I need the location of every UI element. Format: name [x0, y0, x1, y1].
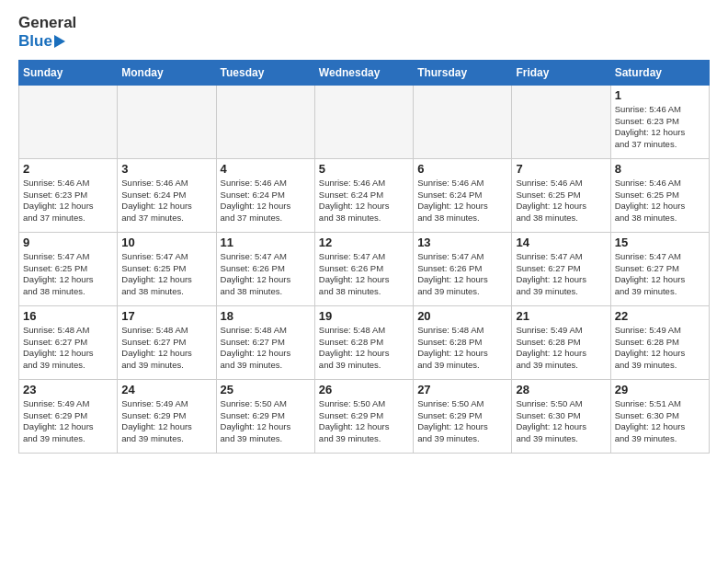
day-number: 17	[121, 309, 211, 323]
day-number: 12	[319, 236, 409, 249]
calendar-cell	[512, 85, 610, 158]
calendar-cell: 15Sunrise: 5:47 AM Sunset: 6:27 PM Dayli…	[610, 232, 709, 305]
calendar-cell: 29Sunrise: 5:51 AM Sunset: 6:30 PM Dayli…	[610, 379, 709, 453]
day-number: 7	[516, 162, 606, 176]
calendar-cell: 5Sunrise: 5:46 AM Sunset: 6:24 PM Daylig…	[314, 158, 413, 232]
logo: General Blue	[18, 15, 76, 51]
header-sunday: Sunday	[19, 60, 118, 85]
day-number: 13	[417, 236, 507, 249]
day-number: 25	[221, 383, 311, 396]
calendar-cell: 25Sunrise: 5:50 AM Sunset: 6:29 PM Dayli…	[216, 379, 314, 453]
calendar-cell	[19, 85, 118, 158]
calendar-table: SundayMondayTuesdayWednesdayThursdayFrid…	[18, 60, 710, 454]
day-info: Sunrise: 5:49 AM Sunset: 6:29 PM Dayligh…	[121, 398, 211, 445]
day-info: Sunrise: 5:50 AM Sunset: 6:30 PM Dayligh…	[516, 398, 606, 445]
day-info: Sunrise: 5:49 AM Sunset: 6:28 PM Dayligh…	[516, 325, 606, 372]
day-info: Sunrise: 5:48 AM Sunset: 6:27 PM Dayligh…	[23, 325, 113, 372]
day-info: Sunrise: 5:46 AM Sunset: 6:25 PM Dayligh…	[615, 178, 705, 224]
day-number: 19	[319, 309, 409, 323]
calendar-cell	[216, 85, 314, 158]
day-info: Sunrise: 5:46 AM Sunset: 6:25 PM Dayligh…	[516, 178, 606, 224]
day-info: Sunrise: 5:47 AM Sunset: 6:26 PM Dayligh…	[221, 251, 311, 298]
header-thursday: Thursday	[414, 60, 512, 85]
day-number: 23	[23, 383, 113, 396]
day-number: 16	[23, 309, 113, 323]
day-number: 18	[221, 309, 311, 323]
week-row-1: 1Sunrise: 5:46 AM Sunset: 6:23 PM Daylig…	[19, 85, 710, 158]
day-info: Sunrise: 5:46 AM Sunset: 6:24 PM Dayligh…	[121, 178, 211, 224]
day-info: Sunrise: 5:50 AM Sunset: 6:29 PM Dayligh…	[319, 398, 409, 445]
calendar-cell: 8Sunrise: 5:46 AM Sunset: 6:25 PM Daylig…	[610, 158, 709, 232]
day-number: 27	[417, 383, 507, 396]
calendar-cell: 2Sunrise: 5:46 AM Sunset: 6:23 PM Daylig…	[19, 158, 118, 232]
logo-blue-text: Blue	[18, 32, 52, 51]
week-row-4: 16Sunrise: 5:48 AM Sunset: 6:27 PM Dayli…	[19, 305, 710, 379]
header-wednesday: Wednesday	[314, 60, 413, 85]
day-number: 22	[615, 309, 705, 323]
day-info: Sunrise: 5:48 AM Sunset: 6:28 PM Dayligh…	[319, 325, 409, 372]
day-info: Sunrise: 5:48 AM Sunset: 6:27 PM Dayligh…	[221, 325, 311, 372]
calendar-cell: 21Sunrise: 5:49 AM Sunset: 6:28 PM Dayli…	[512, 305, 610, 379]
logo-text: General Blue	[18, 15, 76, 51]
day-number: 1	[615, 88, 705, 102]
week-row-2: 2Sunrise: 5:46 AM Sunset: 6:23 PM Daylig…	[19, 158, 710, 232]
header-friday: Friday	[512, 60, 610, 85]
calendar-cell: 24Sunrise: 5:49 AM Sunset: 6:29 PM Dayli…	[118, 379, 216, 453]
page-header: General Blue	[18, 15, 710, 51]
day-info: Sunrise: 5:47 AM Sunset: 6:26 PM Dayligh…	[417, 251, 507, 298]
calendar-cell: 6Sunrise: 5:46 AM Sunset: 6:24 PM Daylig…	[414, 158, 512, 232]
day-info: Sunrise: 5:47 AM Sunset: 6:27 PM Dayligh…	[516, 251, 606, 298]
week-row-3: 9Sunrise: 5:47 AM Sunset: 6:25 PM Daylig…	[19, 232, 710, 305]
week-row-5: 23Sunrise: 5:49 AM Sunset: 6:29 PM Dayli…	[19, 379, 710, 453]
day-number: 21	[516, 309, 606, 323]
day-info: Sunrise: 5:47 AM Sunset: 6:27 PM Dayligh…	[615, 251, 705, 298]
day-info: Sunrise: 5:48 AM Sunset: 6:28 PM Dayligh…	[417, 325, 507, 372]
day-number: 3	[121, 162, 211, 176]
calendar-cell: 23Sunrise: 5:49 AM Sunset: 6:29 PM Dayli…	[19, 379, 118, 453]
header-tuesday: Tuesday	[216, 60, 314, 85]
calendar-cell: 16Sunrise: 5:48 AM Sunset: 6:27 PM Dayli…	[19, 305, 118, 379]
day-number: 28	[516, 383, 606, 396]
calendar-cell: 12Sunrise: 5:47 AM Sunset: 6:26 PM Dayli…	[314, 232, 413, 305]
day-info: Sunrise: 5:46 AM Sunset: 6:23 PM Dayligh…	[615, 104, 705, 151]
day-info: Sunrise: 5:48 AM Sunset: 6:27 PM Dayligh…	[121, 325, 211, 372]
calendar-cell: 4Sunrise: 5:46 AM Sunset: 6:24 PM Daylig…	[216, 158, 314, 232]
calendar-cell: 18Sunrise: 5:48 AM Sunset: 6:27 PM Dayli…	[216, 305, 314, 379]
day-number: 6	[417, 162, 507, 176]
day-number: 20	[417, 309, 507, 323]
day-number: 15	[615, 236, 705, 249]
header-saturday: Saturday	[610, 60, 709, 85]
calendar-cell	[414, 85, 512, 158]
calendar-cell: 11Sunrise: 5:47 AM Sunset: 6:26 PM Dayli…	[216, 232, 314, 305]
day-info: Sunrise: 5:46 AM Sunset: 6:23 PM Dayligh…	[23, 178, 113, 224]
day-number: 29	[615, 383, 705, 396]
day-number: 4	[221, 162, 311, 176]
calendar-cell: 14Sunrise: 5:47 AM Sunset: 6:27 PM Dayli…	[512, 232, 610, 305]
day-number: 8	[615, 162, 705, 176]
calendar-cell: 19Sunrise: 5:48 AM Sunset: 6:28 PM Dayli…	[314, 305, 413, 379]
day-number: 10	[121, 236, 211, 249]
day-info: Sunrise: 5:51 AM Sunset: 6:30 PM Dayligh…	[615, 398, 705, 445]
calendar-cell: 17Sunrise: 5:48 AM Sunset: 6:27 PM Dayli…	[118, 305, 216, 379]
day-number: 14	[516, 236, 606, 249]
day-number: 24	[121, 383, 211, 396]
day-number: 26	[319, 383, 409, 396]
day-info: Sunrise: 5:49 AM Sunset: 6:29 PM Dayligh…	[23, 398, 113, 445]
calendar-cell: 10Sunrise: 5:47 AM Sunset: 6:25 PM Dayli…	[118, 232, 216, 305]
calendar-cell: 28Sunrise: 5:50 AM Sunset: 6:30 PM Dayli…	[512, 379, 610, 453]
calendar-cell: 9Sunrise: 5:47 AM Sunset: 6:25 PM Daylig…	[19, 232, 118, 305]
calendar-cell: 13Sunrise: 5:47 AM Sunset: 6:26 PM Dayli…	[414, 232, 512, 305]
day-number: 9	[23, 236, 113, 249]
calendar-cell: 26Sunrise: 5:50 AM Sunset: 6:29 PM Dayli…	[314, 379, 413, 453]
logo-arrow-icon	[54, 35, 65, 48]
calendar-header-row: SundayMondayTuesdayWednesdayThursdayFrid…	[19, 60, 710, 85]
day-info: Sunrise: 5:47 AM Sunset: 6:25 PM Dayligh…	[23, 251, 113, 298]
day-info: Sunrise: 5:47 AM Sunset: 6:25 PM Dayligh…	[121, 251, 211, 298]
day-info: Sunrise: 5:46 AM Sunset: 6:24 PM Dayligh…	[319, 178, 409, 224]
calendar-cell: 27Sunrise: 5:50 AM Sunset: 6:29 PM Dayli…	[414, 379, 512, 453]
day-info: Sunrise: 5:46 AM Sunset: 6:24 PM Dayligh…	[417, 178, 507, 224]
day-number: 2	[23, 162, 113, 176]
calendar-cell: 20Sunrise: 5:48 AM Sunset: 6:28 PM Dayli…	[414, 305, 512, 379]
day-info: Sunrise: 5:50 AM Sunset: 6:29 PM Dayligh…	[417, 398, 507, 445]
calendar-cell	[118, 85, 216, 158]
